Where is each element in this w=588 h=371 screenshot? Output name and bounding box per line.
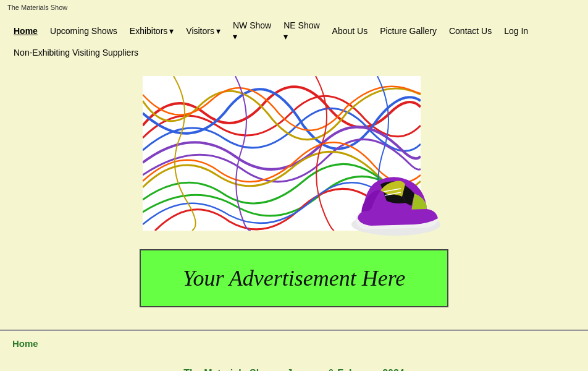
nav-contact-us[interactable]: Contact Us <box>443 23 498 39</box>
ad-banner[interactable]: Your Advertisement Here <box>140 249 448 307</box>
nav-about-us[interactable]: About Us <box>326 23 374 39</box>
nw-show-chevron-icon: ▾ <box>233 31 237 42</box>
main-nav: Home Upcoming Shows Exhibitors ▾ Visitor… <box>0 12 588 66</box>
nav-log-in[interactable]: Log In <box>498 23 534 39</box>
footer-tagline: The Materials Show – January & February … <box>12 368 576 371</box>
site-title: The Materials Show <box>0 0 588 12</box>
ad-banner-text: Your Advertisement Here <box>183 266 406 291</box>
nav-ne-show[interactable]: NE Show ▾ <box>277 17 326 45</box>
main-content: Your Advertisement Here <box>0 66 588 330</box>
nav-nw-show[interactable]: NW Show ▾ <box>227 17 277 45</box>
ne-show-chevron-icon: ▾ <box>284 31 288 42</box>
exhibitors-chevron-icon: ▾ <box>169 26 174 36</box>
hero-container <box>143 76 445 237</box>
sneaker-image <box>346 156 445 237</box>
nav-home[interactable]: Home <box>7 22 44 40</box>
footer: Home The Materials Show – January & Febr… <box>0 330 588 371</box>
visitors-chevron-icon: ▾ <box>216 26 220 36</box>
nav-visitors[interactable]: Visitors ▾ <box>180 22 227 40</box>
nav-non-exhibiting[interactable]: Non-Exhibiting Visiting Suppliers <box>7 45 145 61</box>
footer-home-link[interactable]: Home <box>12 338 38 349</box>
nav-upcoming-shows[interactable]: Upcoming Shows <box>44 23 124 39</box>
nav-picture-gallery[interactable]: Picture Gallery <box>374 23 443 39</box>
nav-exhibitors[interactable]: Exhibitors ▾ <box>124 22 180 40</box>
